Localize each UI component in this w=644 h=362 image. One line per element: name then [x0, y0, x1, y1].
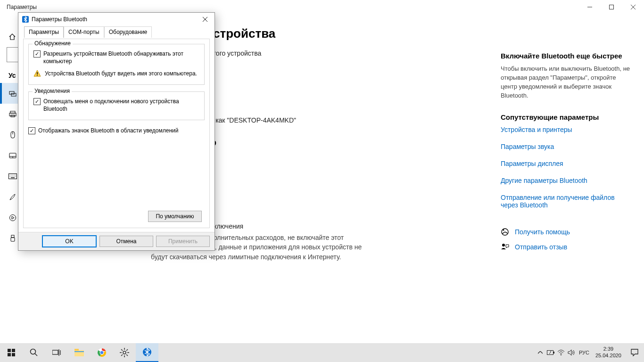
- svg-point-63: [561, 354, 561, 355]
- maximize-button[interactable]: [601, 0, 622, 14]
- settings-window-controls: [579, 0, 644, 14]
- button-apply[interactable]: Применить: [156, 236, 210, 247]
- search-button[interactable]: [23, 343, 45, 362]
- checkbox-icon: [28, 127, 35, 134]
- svg-rect-34: [37, 72, 38, 74]
- right-text-bluetooth-tip: Чтобы включить или выключить Bluetooth, …: [501, 65, 633, 100]
- group-notifications: Уведомления Оповещать меня о подключении…: [28, 91, 205, 120]
- action-center-button[interactable]: [625, 349, 644, 356]
- tray-clock[interactable]: 2:39 25.04.2020: [592, 346, 625, 359]
- svg-line-58: [126, 349, 128, 351]
- svg-rect-47: [74, 351, 84, 352]
- bt-tab-com-ports[interactable]: COM-порты: [64, 26, 104, 38]
- svg-point-50: [100, 351, 104, 354]
- help-icon: [501, 228, 509, 236]
- taskbar-app-bluetooth[interactable]: [136, 343, 158, 362]
- link-send-feedback[interactable]: Отправить отзыв: [515, 243, 567, 251]
- wifi-icon: [557, 350, 565, 355]
- bt-dialog-titlebar[interactable]: Параметры Bluetooth: [18, 13, 215, 26]
- task-view-button[interactable]: [45, 343, 68, 362]
- tray-language[interactable]: РУС: [577, 343, 592, 362]
- button-cancel[interactable]: Отмена: [99, 236, 153, 247]
- taskbar-app-settings[interactable]: [113, 343, 136, 362]
- svg-point-51: [123, 351, 126, 354]
- svg-rect-42: [52, 350, 58, 354]
- bluetooth-settings-dialog: Параметры Bluetooth Параметры COM-порты …: [18, 12, 215, 251]
- svg-rect-38: [8, 353, 11, 356]
- svg-point-23: [14, 176, 14, 176]
- settings-title: Параметры: [0, 4, 37, 10]
- checkbox-label: Отображать значок Bluetooth в области ув…: [38, 127, 178, 134]
- bluetooth-icon: [142, 347, 152, 357]
- start-button[interactable]: [0, 343, 23, 362]
- windows-icon: [8, 349, 15, 356]
- bt-close-button[interactable]: [196, 13, 215, 26]
- settings-right-panel: Включайте Bluetooth еще быстрее Чтобы вк…: [501, 14, 644, 343]
- close-button[interactable]: [622, 0, 644, 14]
- taskbar-left: [0, 343, 158, 362]
- svg-rect-46: [74, 349, 79, 351]
- svg-point-30: [503, 230, 504, 231]
- bt-tab-hardware[interactable]: Оборудование: [104, 26, 152, 38]
- taskbar-tray: РУС 2:39 25.04.2020: [535, 343, 644, 362]
- gear-icon: [120, 348, 129, 357]
- link-sound-settings[interactable]: Параметры звука: [501, 143, 633, 150]
- tray-overflow-button[interactable]: [535, 343, 545, 362]
- svg-rect-25: [11, 177, 15, 178]
- button-restore-defaults[interactable]: По умолчанию: [148, 211, 202, 222]
- svg-point-31: [502, 244, 505, 247]
- minimize-button[interactable]: [579, 0, 601, 14]
- taskbar-app-explorer[interactable]: [68, 343, 91, 362]
- svg-rect-4: [9, 91, 14, 94]
- svg-line-57: [126, 354, 128, 356]
- search-icon: [30, 348, 38, 357]
- svg-rect-7: [9, 113, 16, 116]
- svg-rect-35: [37, 75, 38, 76]
- svg-rect-36: [8, 349, 11, 352]
- svg-point-16: [11, 174, 11, 175]
- group-notifications-title: Уведомления: [33, 88, 72, 94]
- taskbar-app-chrome[interactable]: [91, 343, 113, 362]
- svg-point-15: [9, 174, 10, 175]
- group-discovery: Обнаружение Разрешить устройствам Blueto…: [28, 44, 205, 85]
- checkbox-notify-new-device[interactable]: Оповещать меня о подключении нового устр…: [33, 98, 199, 113]
- link-send-receive-bt[interactable]: Отправление или получение файлов через B…: [501, 194, 633, 209]
- discovery-warning: Устройства Bluetooth будут видеть имя эт…: [33, 70, 199, 78]
- bt-dialog-title: Параметры Bluetooth: [32, 16, 87, 23]
- tray-power-icon[interactable]: [545, 343, 556, 362]
- checkbox-allow-discovery[interactable]: Разрешить устройствам Bluetooth обнаружи…: [33, 50, 199, 65]
- usb-icon: [8, 234, 17, 243]
- checkbox-show-tray-icon[interactable]: Отображать значок Bluetooth в области ув…: [28, 127, 205, 134]
- tray-wifi-icon[interactable]: [556, 343, 566, 362]
- bluetooth-icon: [22, 16, 29, 23]
- svg-point-24: [15, 176, 16, 176]
- tray-volume-icon[interactable]: [566, 343, 577, 362]
- autoplay-icon: [8, 214, 17, 222]
- tray-time: 2:39: [595, 346, 621, 353]
- svg-rect-39: [12, 353, 15, 356]
- button-ok[interactable]: OK: [42, 235, 97, 247]
- link-get-help[interactable]: Получить помощь: [515, 228, 570, 236]
- bt-dialog-buttons: OK Отмена Применить: [18, 232, 215, 250]
- svg-rect-37: [12, 349, 15, 352]
- warning-text: Устройства Bluetooth будут видеть имя эт…: [45, 70, 197, 78]
- svg-rect-5: [11, 93, 16, 96]
- tray-date: 25.04.2020: [595, 353, 621, 359]
- touchpad-icon: [8, 151, 17, 160]
- checkbox-icon: [33, 98, 41, 105]
- right-heading-bluetooth-tip: Включайте Bluetooth еще быстрее: [501, 52, 633, 60]
- svg-line-41: [35, 354, 37, 356]
- svg-point-20: [9, 176, 10, 176]
- svg-point-22: [12, 176, 13, 176]
- bt-tab-parameters[interactable]: Параметры: [24, 26, 64, 38]
- warning-icon: [33, 70, 41, 77]
- svg-rect-28: [11, 238, 15, 241]
- link-more-bluetooth[interactable]: Другие параметры Bluetooth: [501, 177, 633, 184]
- svg-point-18: [14, 174, 14, 175]
- link-devices-printers[interactable]: Устройства и принтеры: [501, 126, 633, 133]
- link-display-settings[interactable]: Параметры дисплея: [501, 160, 633, 167]
- svg-rect-6: [10, 111, 15, 113]
- home-icon: [8, 33, 16, 41]
- right-heading-related: Сопутствующие параметры: [501, 113, 633, 121]
- checkbox-label: Разрешить устройствам Bluetooth обнаружи…: [43, 50, 199, 65]
